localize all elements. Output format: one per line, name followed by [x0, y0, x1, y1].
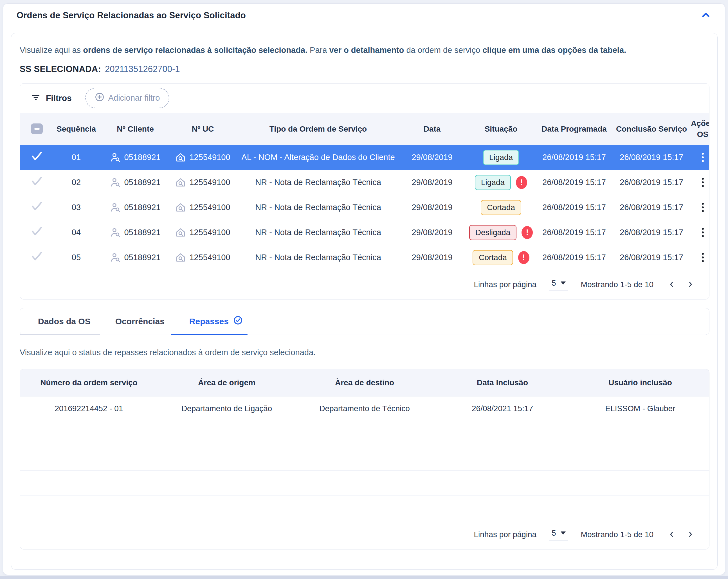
cell-sequencia: 04: [54, 228, 99, 237]
repasses-table-header: Número da ordem serviço Área de origem À…: [20, 369, 709, 396]
home-search-icon: [175, 152, 186, 163]
column-header-situacao[interactable]: Situação: [462, 124, 540, 134]
table-row-empty: [20, 446, 709, 470]
tab-ocorrencias[interactable]: Ocorrências: [115, 308, 164, 335]
cell-conclusao: 26/08/2019 15:17: [608, 203, 695, 212]
rows-per-page-select[interactable]: 5: [549, 278, 568, 291]
intro-segment: ordens de serviço relacionadas à solicit…: [83, 46, 308, 55]
table-row-empty: [20, 470, 709, 495]
tab-repasses-label: Repasses: [189, 317, 229, 326]
person-search-icon: [110, 152, 121, 163]
row-selected-check[interactable]: [20, 176, 54, 189]
row-selected-check[interactable]: [20, 151, 54, 164]
tab-dados-da-os[interactable]: Dados da OS: [38, 308, 90, 335]
collapse-panel-button[interactable]: [700, 9, 712, 21]
row-actions-menu-button[interactable]: [700, 151, 706, 164]
table-row[interactable]: 201692214452 - 01 Departamento de Ligaçã…: [20, 396, 709, 421]
table-row[interactable]: 03 05188921 125549100 NR - Nota de Recla…: [20, 195, 709, 220]
cell-cliente: 05188921: [124, 203, 160, 212]
chevron-right-icon: [686, 280, 695, 290]
person-search-icon: [110, 227, 121, 238]
os-table-card: Filtros Adicionar filtro Sequência Nº Cl…: [20, 83, 709, 299]
previous-page-button[interactable]: [667, 528, 677, 541]
cell-uc: 125549100: [189, 203, 230, 212]
row-actions-menu-button[interactable]: [700, 226, 706, 239]
row-selected-check[interactable]: [20, 226, 54, 239]
column-header-data-inclusao[interactable]: Data Inclusão: [434, 378, 571, 387]
column-header-data[interactable]: Data: [402, 124, 462, 134]
row-actions-menu-button[interactable]: [700, 201, 706, 214]
repasses-table-card: Número da ordem serviço Área de origem À…: [20, 369, 709, 550]
row-selected-check[interactable]: [20, 251, 54, 264]
table-row-empty: [20, 495, 709, 520]
column-header-data-programada[interactable]: Data Programada: [540, 124, 608, 134]
rows-per-page-value: 5: [552, 279, 556, 288]
intro-text: Visualize aqui as ordens de serviço rela…: [20, 43, 709, 57]
intro-segment: da ordem de serviço: [404, 46, 483, 55]
status-badge: Ligada: [483, 150, 519, 165]
select-all-checkbox[interactable]: [31, 124, 43, 134]
column-header-origem[interactable]: Área de origem: [158, 378, 296, 387]
column-header-destino[interactable]: Àrea de destino: [296, 378, 434, 387]
table-row[interactable]: 01 05188921 125549100 AL - NOM - Alteraç…: [20, 145, 709, 170]
add-filter-button[interactable]: Adicionar filtro: [85, 88, 170, 108]
tab-repasses[interactable]: Repasses: [189, 308, 243, 335]
cell-data-programada: 26/08/2019 15:17: [540, 153, 608, 162]
home-search-icon: [175, 252, 186, 263]
add-filter-label: Adicionar filtro: [108, 94, 160, 103]
selected-ss-line: SS SELECIONADA: 20211351262700-1: [20, 64, 709, 74]
column-header-acoes[interactable]: Ações OS: [695, 118, 709, 140]
cell-sequencia: 03: [54, 203, 99, 212]
cell-tipo: AL - NOM - Alteração de Dados do Cliente: [234, 153, 402, 162]
column-header-tipo[interactable]: Tipo da Ordem de Serviço: [234, 124, 402, 134]
table-row[interactable]: 04 05188921 125549100 NR - Nota de Recla…: [20, 220, 709, 245]
row-selected-check[interactable]: [20, 201, 54, 214]
alert-icon: !: [522, 226, 533, 239]
cell-numero: 201692214452 - 01: [20, 404, 158, 413]
cell-conclusao: 26/08/2019 15:17: [608, 178, 695, 187]
chevron-left-icon: [668, 529, 676, 540]
column-header-cliente[interactable]: Nº Cliente: [99, 124, 172, 134]
table-row[interactable]: 02 05188921 125549100 NR - Nota de Recla…: [20, 170, 709, 195]
cell-sequencia: 01: [54, 153, 99, 162]
active-tab-indicator: [171, 334, 248, 335]
cell-uc: 125549100: [189, 178, 230, 187]
selected-ss-value: 20211351262700-1: [105, 64, 180, 74]
cell-data: 29/08/2019: [402, 178, 462, 187]
previous-page-button[interactable]: [667, 279, 677, 291]
cell-conclusao: 26/08/2019 15:17: [608, 253, 695, 262]
check-icon: [30, 251, 43, 264]
table-row[interactable]: 05 05188921 125549100 NR - Nota de Recla…: [20, 245, 709, 270]
person-search-icon: [110, 177, 121, 188]
os-table-pagination: Linhas por página 5 Mostrando 1-5 de 10: [20, 270, 709, 299]
caret-down-icon: [561, 282, 566, 285]
intro-segment: Para: [308, 46, 329, 55]
cell-tipo: NR - Nota de Reclamação Técnica: [234, 178, 402, 187]
cell-cliente: 05188921: [124, 228, 160, 237]
next-page-button[interactable]: [685, 279, 696, 291]
page-bottom-edge: [0, 576, 728, 579]
home-search-icon: [175, 227, 186, 238]
cell-cliente: 05188921: [124, 153, 160, 162]
filter-icon: [31, 93, 41, 104]
filter-bar: Filtros Adicionar filtro: [20, 83, 709, 113]
inactive-tab-indicator: [20, 334, 100, 335]
cell-sequencia: 05: [54, 253, 99, 262]
column-header-usuario[interactable]: Usuário inclusão: [571, 378, 709, 387]
cell-data-programada: 26/08/2019 15:17: [540, 203, 608, 212]
rows-per-page-select[interactable]: 5: [549, 528, 568, 541]
table-row-empty: [20, 421, 709, 446]
alert-icon: !: [518, 251, 529, 264]
column-header-uc[interactable]: Nº UC: [172, 124, 234, 134]
detail-tabs: Dados da OS Ocorrências Repasses: [20, 308, 709, 335]
cell-data-programada: 26/08/2019 15:17: [540, 178, 608, 187]
next-page-button[interactable]: [685, 528, 696, 541]
row-actions-menu-button[interactable]: [700, 176, 706, 189]
column-header-numero[interactable]: Número da ordem serviço: [20, 378, 158, 387]
cell-conclusao: 26/08/2019 15:17: [608, 228, 695, 237]
row-actions-menu-button[interactable]: [700, 251, 706, 264]
column-header-conclusao[interactable]: Conclusão Serviço: [608, 124, 695, 134]
check-circle-icon: [233, 316, 243, 327]
column-header-sequencia[interactable]: Sequência: [54, 124, 99, 134]
indeterminate-mark-icon: [34, 128, 40, 130]
